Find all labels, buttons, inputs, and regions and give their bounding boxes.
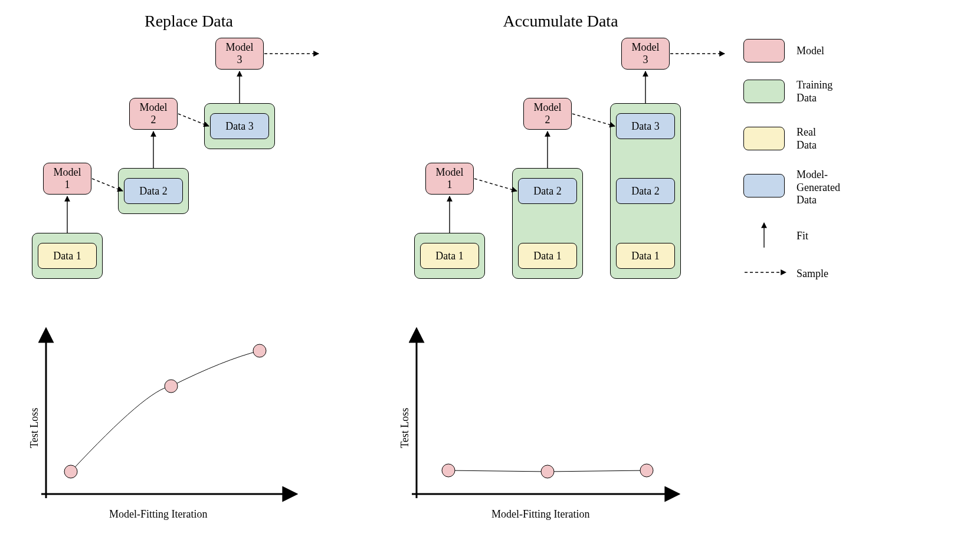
legend-training-label: Training Data: [797, 79, 832, 104]
chart-left: [41, 330, 295, 498]
legend-real-label: Real Data: [797, 126, 817, 152]
model2-r: Model 2: [523, 98, 572, 130]
data1-real-r2: Data 1: [518, 243, 577, 269]
legend-generated-label: Model- Generated Data: [797, 169, 840, 207]
data3-gen-l: Data 3: [210, 113, 269, 139]
legend-model-swatch: [743, 39, 785, 62]
legend-sample-label: Sample: [797, 268, 828, 281]
data1-real-l: Data 1: [38, 243, 97, 269]
legend-generated-swatch: [743, 174, 785, 197]
legend-fit-label: Fit: [797, 230, 808, 243]
ylabel-left: Test Loss: [28, 408, 41, 448]
svg-point-3: [165, 380, 178, 393]
data2-gen-r: Data 2: [518, 178, 577, 204]
xlabel-right: Model-Fitting Iteration: [491, 508, 589, 521]
title-left: Replace Data: [100, 12, 277, 31]
data1-real-r3: Data 1: [616, 243, 675, 269]
svg-point-9: [640, 464, 653, 477]
legend-real-swatch: [743, 127, 785, 150]
title-right: Accumulate Data: [472, 12, 649, 31]
xlabel-left: Model-Fitting Iteration: [109, 508, 207, 521]
svg-point-8: [541, 465, 554, 478]
ylabel-right: Test Loss: [399, 408, 411, 448]
diagram-root: Replace Data Accumulate Data Data 1 Mode…: [0, 0, 980, 540]
svg-point-2: [64, 465, 77, 478]
sample-arrow-r2: [572, 114, 615, 126]
svg-point-7: [442, 464, 455, 477]
data2-gen-r3: Data 2: [616, 178, 675, 204]
chart-right: [412, 330, 677, 498]
model3-l: Model 3: [215, 38, 264, 70]
model2-l: Model 2: [129, 98, 178, 130]
data2-gen-l: Data 2: [124, 178, 183, 204]
sample-arrow-r1: [474, 179, 517, 191]
model3-r: Model 3: [621, 38, 670, 70]
model1-r: Model 1: [425, 163, 474, 195]
data3-gen-r: Data 3: [616, 113, 675, 139]
legend-training-swatch: [743, 80, 785, 103]
svg-overlay: [0, 0, 980, 540]
legend-model-label: Model: [797, 45, 824, 58]
data1-real-r1: Data 1: [420, 243, 479, 269]
model1-l: Model 1: [43, 163, 91, 195]
svg-point-4: [253, 344, 266, 357]
